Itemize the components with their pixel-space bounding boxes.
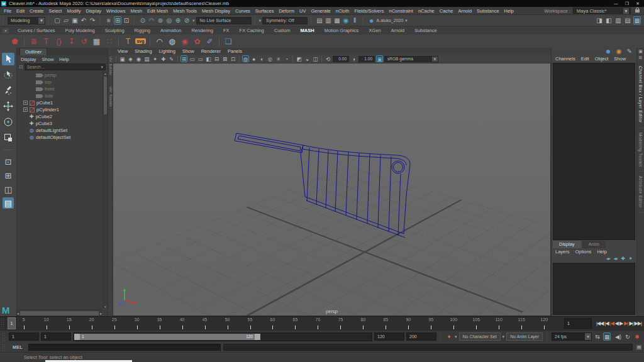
ambient-occlusion-icon[interactable]: ◎ [267,55,274,62]
copy-tab-icon[interactable]: ▣ [638,49,643,55]
menu-cache[interactable]: Cache [437,8,456,14]
select-component-icon[interactable]: ⊡ [123,16,130,25]
search-input[interactable]: Search... ▾ [25,63,106,70]
channel-menu-object[interactable]: Object [595,56,609,62]
scroll-right-icon[interactable]: ▸ [100,311,103,315]
group-separator[interactable] [254,17,257,25]
all-lights-icon[interactable]: ● [250,55,257,62]
menu-help[interactable]: Help [502,8,516,14]
field-chart-icon[interactable]: ⊟ [213,55,220,62]
gamma-icon[interactable]: ◑ [350,55,357,62]
channel-box-content[interactable] [553,63,635,240]
lock-icon[interactable] [635,9,640,13]
viewport-menu-lighting[interactable]: Lighting [159,48,175,54]
select-object-icon[interactable]: ⊞ [114,16,121,25]
mash-checker-icon[interactable]: ▦ [91,35,103,47]
image-plane-icon[interactable]: ✦ [152,55,158,62]
range-end-handle[interactable] [255,334,260,340]
group-separator[interactable] [362,17,364,25]
step-back-key-button[interactable]: |◀ [604,321,608,326]
chevron-down-icon[interactable]: ▾ [192,18,195,23]
drag-handle[interactable] [2,344,6,351]
menu-mesh[interactable]: Mesh [128,8,145,14]
menu-mesh-display[interactable]: Mesh Display [199,8,233,14]
animation-end-field[interactable]: 200 [406,332,436,341]
layout-outliner-persp-button[interactable]: ▤ [3,197,14,209]
bifrost-graph-icon[interactable]: ❏ [223,35,235,47]
outliner-menu-help[interactable]: Help [59,57,69,62]
live-surface-field[interactable]: No Live Surface [196,17,252,25]
animation-start-field[interactable]: 1 [9,332,39,341]
menu-select[interactable]: Select [47,8,65,14]
new-scene-icon[interactable]: ▢ [53,16,61,25]
step-forward-frame-button[interactable]: ▶| [624,321,628,326]
viewport-menu-renderer[interactable]: Renderer [201,48,221,54]
grid-icon[interactable]: ⊞ [180,55,187,62]
menu-file[interactable]: File [1,8,14,14]
scroll-down-icon[interactable]: ▾ [103,305,108,309]
lock-camera-icon[interactable]: ◈ [127,55,134,62]
save-scene-icon[interactable]: ▣ [71,16,79,25]
lasso-tool-button[interactable] [2,69,14,81]
shelf-tab-rigging[interactable]: Rigging [130,27,155,34]
sound-icon[interactable]: ◀) [614,332,622,341]
range-start-handle[interactable] [74,334,80,340]
mash-swirl-icon[interactable]: ↺ [78,35,90,47]
drag-handle[interactable] [2,332,6,341]
type-tool-icon[interactable]: T [122,35,134,47]
paint-effects-icon[interactable]: ✐ [204,35,216,47]
multisample-icon[interactable]: ◔ [283,55,290,62]
group-separator[interactable] [310,17,313,25]
mash-points-icon[interactable]: ∷ [103,35,115,47]
shelf-tab-rendering[interactable]: Rendering [186,27,218,34]
sweep-mesh-icon[interactable]: ◍ [166,35,178,47]
view-transform-selector[interactable]: sRGB gamma ▾ [384,56,438,62]
menu-display[interactable]: Display [84,8,104,14]
create-layer-from-selected-icon[interactable]: ✶ [628,256,633,261]
outliner-item-pcube3[interactable]: ✚pCube3 [17,120,103,127]
tool-settings-toggle-icon[interactable]: ▤ [624,16,631,25]
outliner-item-top[interactable]: top [17,79,103,85]
shadows-icon[interactable]: ◐ [258,55,265,62]
layer-playback-icon[interactable]: ◂▪ [614,256,618,261]
layer-menu-options[interactable]: Options [575,249,592,255]
sidebar-tab-channel-box-layer-editor[interactable]: Channel Box / Layer Editor [638,62,643,128]
mash-type-icon[interactable]: T [40,35,52,47]
minimize-button[interactable]: — [614,1,618,6]
outliner-menu-show[interactable]: Show [42,57,54,62]
mash-distribute-icon[interactable]: ≣ [28,35,40,47]
modeling-toolkit-toggle-icon[interactable]: ◨ [596,16,603,25]
shelf-tab-sculpting[interactable]: Sculpting [100,27,130,34]
sidebar-tab-modeling-toolkit[interactable]: Modeling Toolkit [638,128,643,172]
step-back-frame-button[interactable]: |◀ [610,321,614,326]
menu-substance[interactable]: Substance [474,8,501,14]
outliner-tab[interactable]: Outliner [19,48,47,55]
time-ruler[interactable]: 1 51015202530354045505560657075808590951… [6,317,562,330]
close-button[interactable]: ✕ [636,1,640,6]
panel-tab-uv-editor[interactable]: UV Editor [109,57,113,75]
ipr-render-icon[interactable]: ▦ [333,16,341,25]
command-language-label[interactable]: MEL [9,344,26,350]
outliner-vscrollbar[interactable]: ▴ ▾ [103,72,108,309]
layer-tab-display[interactable]: Display [553,241,581,248]
shelf-tab-animation[interactable]: Animation [155,27,186,34]
object-details-icon[interactable]: ☻ [604,47,612,55]
grease-pencil-icon[interactable]: ✎ [168,55,175,62]
panel-tab-uv-toolkit[interactable]: UV Toolkit [109,87,113,107]
outliner-item-pcube2[interactable]: ✚pCube2 [17,113,103,120]
sync-playback-icon[interactable]: ↻ [624,332,631,341]
chevron-down-icon[interactable]: ▾ [259,18,262,23]
menu-generate[interactable]: Generate [308,8,333,14]
redo-icon[interactable]: ↷ [89,16,96,25]
playback-end-field[interactable]: 120 [374,332,404,341]
exposure-icon[interactable]: ⟲ [325,55,331,62]
make-live-icon[interactable]: ⊘ [183,16,191,25]
shelf-menu-button[interactable]: ▾ [3,28,9,33]
outliner-item-defaultobjectset[interactable]: ◍defaultObjectSet [17,134,103,141]
safe-title-icon[interactable]: ⊡ [230,55,236,62]
workspace-selector[interactable]: Maya Classic* ▾ [573,8,631,14]
isolate-select-icon[interactable]: ◩ [296,55,303,62]
chevron-down-icon[interactable]: ▾ [502,334,505,339]
wireframe-on-shaded-icon[interactable]: ◫ [312,55,319,62]
boolean-icon[interactable]: ◉ [179,35,191,47]
